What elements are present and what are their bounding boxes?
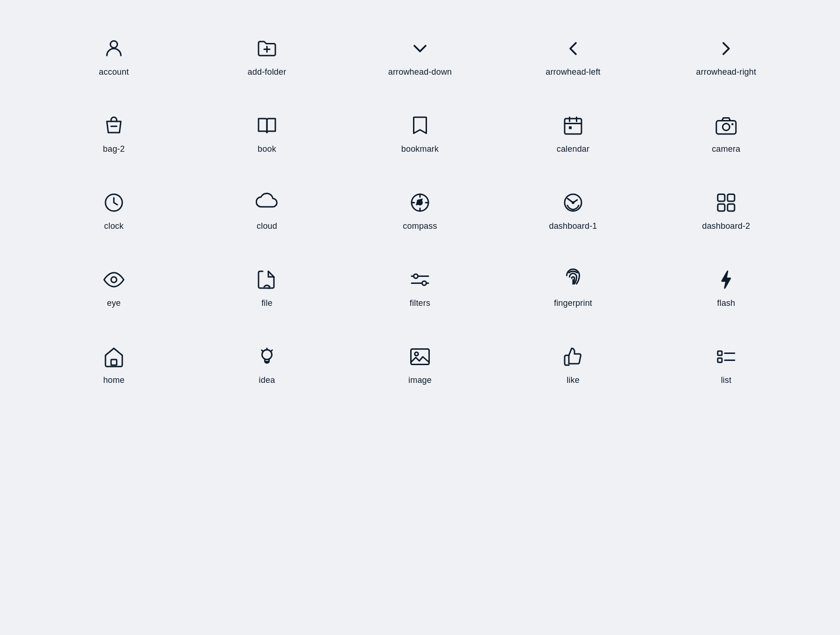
icon-grid: account add-folder arrowhead-down arrowh… xyxy=(0,0,840,423)
dashboard-2-label: dashboard-2 xyxy=(702,221,750,231)
svg-point-21 xyxy=(111,277,117,282)
svg-point-16 xyxy=(572,201,574,204)
svg-rect-26 xyxy=(111,360,117,365)
flash-icon xyxy=(715,268,737,291)
icon-cell-dashboard-2: dashboard-2 xyxy=(650,173,803,250)
icon-cell-compass: compass xyxy=(343,173,497,250)
book-icon xyxy=(256,114,278,137)
svg-rect-9 xyxy=(716,121,736,134)
icon-cell-flash: flash xyxy=(650,250,803,327)
icon-cell-bag-2: bag-2 xyxy=(37,96,190,173)
arrowhead-down-icon xyxy=(409,37,431,60)
image-label: image xyxy=(408,375,432,385)
icon-cell-camera: camera xyxy=(650,96,803,173)
list-icon xyxy=(715,346,737,368)
svg-point-0 xyxy=(111,41,118,48)
icon-cell-dashboard-1: dashboard-1 xyxy=(497,173,650,250)
filters-label: filters xyxy=(410,298,430,308)
file-icon xyxy=(256,268,278,291)
icon-cell-arrowhead-right: arrowhead-right xyxy=(650,19,803,96)
svg-point-33 xyxy=(415,352,419,356)
svg-point-25 xyxy=(422,281,427,285)
clock-icon xyxy=(103,191,125,214)
icon-cell-book: book xyxy=(190,96,343,173)
svg-point-24 xyxy=(414,274,418,278)
compass-label: compass xyxy=(403,221,437,231)
svg-line-30 xyxy=(271,350,272,351)
svg-rect-34 xyxy=(718,351,722,355)
svg-point-27 xyxy=(262,350,272,360)
add-folder-icon xyxy=(256,37,278,60)
fingerprint-label: fingerprint xyxy=(554,298,592,308)
like-icon xyxy=(562,346,584,368)
image-icon xyxy=(409,346,431,368)
arrowhead-left-icon xyxy=(562,37,584,60)
icon-cell-image: image xyxy=(343,327,497,404)
idea-label: idea xyxy=(259,375,275,385)
svg-rect-8 xyxy=(569,127,572,129)
svg-rect-17 xyxy=(718,194,725,201)
bag-2-label: bag-2 xyxy=(103,144,125,154)
icon-cell-file: file xyxy=(190,250,343,327)
camera-icon xyxy=(715,114,737,137)
svg-point-11 xyxy=(731,123,734,126)
eye-label: eye xyxy=(107,298,121,308)
icon-cell-account: account xyxy=(37,19,190,96)
calendar-label: calendar xyxy=(557,144,590,154)
file-label: file xyxy=(261,298,273,308)
svg-rect-18 xyxy=(728,194,735,201)
svg-point-10 xyxy=(723,124,730,131)
cloud-icon xyxy=(256,191,278,214)
arrowhead-right-icon xyxy=(715,37,737,60)
flash-label: flash xyxy=(717,298,735,308)
eye-icon xyxy=(103,268,125,291)
icon-cell-like: like xyxy=(497,327,650,404)
clock-label: clock xyxy=(104,221,124,231)
book-label: book xyxy=(258,144,276,154)
dashboard-2-icon xyxy=(715,191,737,214)
svg-rect-20 xyxy=(728,204,735,211)
dashboard-1-icon xyxy=(562,191,584,214)
like-label: like xyxy=(567,375,580,385)
fingerprint-icon xyxy=(562,268,584,291)
icon-cell-arrowhead-left: arrowhead-left xyxy=(497,19,650,96)
icon-cell-bookmark: bookmark xyxy=(343,96,497,173)
home-icon xyxy=(103,346,125,368)
svg-rect-36 xyxy=(718,358,722,362)
camera-label: camera xyxy=(712,144,740,154)
home-label: home xyxy=(103,375,125,385)
bookmark-label: bookmark xyxy=(401,144,439,154)
icon-cell-eye: eye xyxy=(37,250,190,327)
icon-cell-filters: filters xyxy=(343,250,497,327)
icon-cell-clock: clock xyxy=(37,173,190,250)
calendar-icon xyxy=(562,114,584,137)
svg-rect-19 xyxy=(718,204,725,211)
arrowhead-left-label: arrowhead-left xyxy=(546,67,601,77)
icon-cell-cloud: cloud xyxy=(190,173,343,250)
dashboard-1-label: dashboard-1 xyxy=(549,221,597,231)
svg-line-31 xyxy=(262,350,263,351)
icon-cell-fingerprint: fingerprint xyxy=(497,250,650,327)
icon-cell-idea: idea xyxy=(190,327,343,404)
bookmark-icon xyxy=(409,114,431,137)
svg-rect-4 xyxy=(565,119,581,134)
icon-cell-calendar: calendar xyxy=(497,96,650,173)
arrowhead-right-label: arrowhead-right xyxy=(696,67,756,77)
bag-2-icon xyxy=(103,114,125,137)
icon-cell-arrowhead-down: arrowhead-down xyxy=(343,19,497,96)
list-label: list xyxy=(721,375,732,385)
icon-cell-list: list xyxy=(650,327,803,404)
icon-cell-add-folder: add-folder xyxy=(190,19,343,96)
cloud-label: cloud xyxy=(257,221,277,231)
account-label: account xyxy=(99,67,129,77)
compass-icon xyxy=(409,191,431,214)
filters-icon xyxy=(409,268,431,291)
svg-rect-32 xyxy=(411,349,429,365)
account-icon xyxy=(103,37,125,60)
arrowhead-down-label: arrowhead-down xyxy=(388,67,452,77)
idea-icon xyxy=(256,346,278,368)
icon-cell-home: home xyxy=(37,327,190,404)
add-folder-label: add-folder xyxy=(248,67,287,77)
